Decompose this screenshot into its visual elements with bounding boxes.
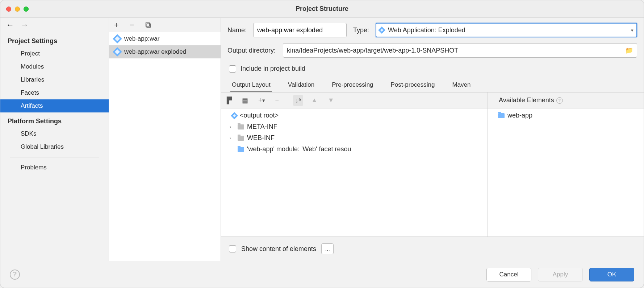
- output-dir-label: Output directory:: [227, 47, 276, 54]
- folder-icon: [238, 136, 244, 141]
- include-build-label: Include in project build: [241, 65, 305, 73]
- cancel-button[interactable]: Cancel: [486, 268, 531, 281]
- name-label: Name:: [227, 26, 247, 34]
- output-dir-input[interactable]: kina/IdeaProjects/web-app/target/web-app…: [283, 43, 637, 58]
- ok-button[interactable]: OK: [589, 268, 634, 281]
- body: ← → Project Settings Project Modules Lib…: [0, 18, 644, 261]
- module-icon: [498, 113, 505, 118]
- add-copy-icon[interactable]: +▾: [256, 95, 267, 106]
- artifact-toolbar: + − ⧉: [109, 18, 221, 32]
- tree-node-label: WEB-INF: [247, 134, 275, 142]
- sidebar-divider: [10, 157, 99, 157]
- tab-post-processing[interactable]: Post-processing: [389, 78, 436, 92]
- project-structure-window: Project Structure ← → Project Settings P…: [0, 0, 644, 288]
- artifact-item-label: web-app:war exploded: [124, 48, 186, 55]
- move-up-icon[interactable]: ▲: [309, 95, 320, 106]
- sidebar-item-facets[interactable]: Facets: [0, 86, 109, 99]
- type-label: Type:: [353, 26, 369, 34]
- sort-icon[interactable]: ↓ᵃ: [293, 95, 303, 106]
- dialog-footer: ? Cancel Apply OK: [0, 261, 644, 288]
- tab-validation[interactable]: Validation: [287, 78, 316, 92]
- layout-toolbar: ▛ ▤ +▾ − ↓ᵃ ▲ ▼: [221, 92, 488, 108]
- type-dropdown[interactable]: Web Application: Exploded ▾: [376, 23, 637, 37]
- tree-node-label: 'web-app' module: 'Web' facet resou: [247, 145, 351, 153]
- tree-meta-inf[interactable]: › META-INF: [221, 121, 488, 132]
- tree-node-label: META-INF: [247, 123, 277, 131]
- include-build-checkbox[interactable]: [229, 65, 236, 73]
- sidebar-item-sdks[interactable]: SDKs: [0, 127, 109, 140]
- toolbar-separator: [287, 96, 287, 105]
- help-icon[interactable]: ?: [556, 97, 563, 104]
- help-button[interactable]: ?: [10, 270, 20, 280]
- chevron-down-icon: ▾: [631, 28, 633, 33]
- new-folder-icon[interactable]: ▛: [225, 95, 234, 106]
- project-settings-heading: Project Settings: [0, 32, 109, 47]
- sidebar-nav: ← →: [0, 18, 109, 32]
- back-icon[interactable]: ←: [6, 20, 14, 30]
- chevron-right-icon[interactable]: ›: [230, 135, 235, 141]
- artifact-detail-panel: Name: Type: Web Application: Exploded ▾ …: [221, 18, 644, 261]
- artifact-type-icon: [378, 26, 385, 34]
- available-elements-panel: Available Elements ? web-app: [488, 92, 644, 236]
- sidebar-item-libraries[interactable]: Libraries: [0, 73, 109, 86]
- available-tree: web-app: [488, 108, 644, 236]
- titlebar: Project Structure: [0, 0, 644, 18]
- tree-facet-resource[interactable]: 'web-app' module: 'Web' facet resou: [221, 144, 488, 155]
- output-dir-value: kina/IdeaProjects/web-app/target/web-app…: [287, 47, 623, 54]
- platform-settings-heading: Platform Settings: [0, 112, 109, 127]
- add-artifact-icon[interactable]: +: [114, 20, 119, 30]
- artifact-list-panel: + − ⧉ web-app:war web-app:war exploded: [109, 18, 221, 261]
- tree-output-root[interactable]: <output root>: [221, 110, 488, 121]
- output-directory-row: Output directory: kina/IdeaProjects/web-…: [221, 37, 644, 63]
- output-tree: <output root> › META-INF › WEB-INF: [221, 108, 488, 236]
- show-content-checkbox[interactable]: [229, 245, 236, 252]
- artifact-item-label: web-app:war: [124, 35, 159, 42]
- tab-maven[interactable]: Maven: [451, 78, 472, 92]
- sidebar-item-artifacts[interactable]: Artifacts: [0, 99, 109, 112]
- name-input[interactable]: [253, 23, 347, 37]
- tree-web-inf[interactable]: › WEB-INF: [221, 132, 488, 144]
- remove-artifact-icon[interactable]: −: [130, 20, 134, 30]
- show-content-options-button[interactable]: …: [321, 243, 334, 254]
- artifact-item-war[interactable]: web-app:war: [109, 32, 221, 45]
- archive-icon[interactable]: ▤: [240, 95, 250, 106]
- artifact-item-war-exploded[interactable]: web-app:war exploded: [109, 45, 221, 58]
- artifact-tabs: Output Layout Validation Pre-processing …: [221, 78, 644, 92]
- output-layout-area: ▛ ▤ +▾ − ↓ᵃ ▲ ▼ <output root>: [221, 92, 644, 237]
- available-header: Available Elements ?: [488, 92, 644, 108]
- show-content-label: Show content of elements: [241, 245, 316, 253]
- folder-icon: [238, 124, 244, 129]
- window-title: Project Structure: [0, 5, 644, 13]
- layout-tree-panel: ▛ ▤ +▾ − ↓ᵃ ▲ ▼ <output root>: [221, 92, 488, 236]
- sidebar-item-global-libraries[interactable]: Global Libraries: [0, 140, 109, 153]
- include-build-row: Include in project build: [221, 63, 644, 78]
- chevron-right-icon[interactable]: ›: [230, 124, 235, 129]
- remove-icon[interactable]: −: [273, 95, 281, 106]
- show-content-row: Show content of elements …: [221, 237, 644, 261]
- tab-output-layout[interactable]: Output Layout: [230, 78, 272, 92]
- available-web-app[interactable]: web-app: [488, 110, 644, 121]
- sidebar-item-project[interactable]: Project: [0, 47, 109, 60]
- sidebar-item-modules[interactable]: Modules: [0, 60, 109, 73]
- sidebar-item-problems[interactable]: Problems: [0, 161, 109, 174]
- tree-node-label: <output root>: [240, 112, 279, 119]
- tab-pre-processing[interactable]: Pre-processing: [330, 78, 375, 92]
- copy-artifact-icon[interactable]: ⧉: [145, 20, 151, 30]
- artifact-icon: [113, 47, 122, 56]
- available-elements-heading: Available Elements ?: [499, 96, 563, 104]
- name-type-row: Name: Type: Web Application: Exploded ▾: [221, 18, 644, 37]
- move-down-icon[interactable]: ▼: [326, 95, 336, 106]
- apply-button[interactable]: Apply: [538, 268, 583, 281]
- web-resource-icon: [238, 147, 244, 152]
- artifact-list: web-app:war web-app:war exploded: [109, 32, 221, 261]
- forward-icon[interactable]: →: [21, 20, 29, 30]
- output-root-icon: [231, 112, 238, 119]
- browse-folder-icon[interactable]: 📁: [625, 46, 633, 54]
- type-value: Web Application: Exploded: [388, 26, 627, 34]
- artifact-icon: [113, 34, 122, 43]
- tree-node-label: web-app: [507, 112, 532, 119]
- sidebar: ← → Project Settings Project Modules Lib…: [0, 18, 109, 261]
